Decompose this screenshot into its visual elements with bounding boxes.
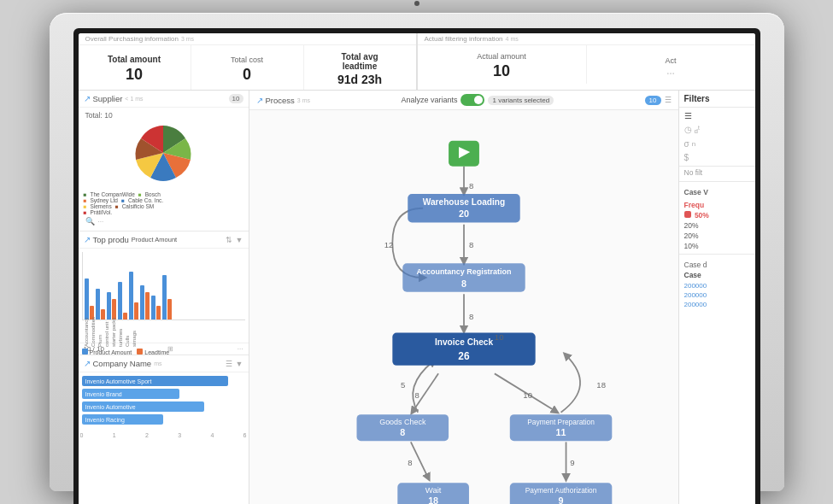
company-widget: ↗ Company Name ms ☰ ▼ [79, 355, 249, 504]
svg-text:9: 9 [570, 458, 574, 467]
supplier-badge: 10 [229, 94, 243, 103]
process-badge: 10 [645, 96, 661, 105]
bar-x-labels: Accountancy Commodities Piurn control un… [82, 321, 245, 347]
filter-item-10: 10% [679, 241, 755, 251]
svg-text:Payment Authorization: Payment Authorization [525, 486, 596, 495]
laptop-screen: Overall Purchasing information 3 ms Tota… [79, 33, 755, 504]
analyze-variants: Analyze variants 1 variants selected [401, 94, 554, 106]
bar-group-4 [118, 282, 127, 319]
svg-text:10: 10 [523, 390, 532, 400]
company-title: ↗ Company Name ms [84, 359, 162, 368]
svg-text:Invoice Check: Invoice Check [434, 337, 493, 347]
company-actions: ☰ ▼ [226, 360, 243, 368]
svg-text:Accountancy Registration: Accountancy Registration [416, 267, 511, 276]
metric-total-amount: Total amount 10 [79, 45, 191, 90]
supplier-header: ↗ Supplier < 1 ms 10 [79, 91, 249, 108]
filter-item-20b: 20% [679, 231, 755, 241]
actual-metrics-row: Actual amount 10 Act … [418, 45, 755, 84]
supplier-search: 🔍 ··· [82, 215, 245, 227]
analyze-label: Analyze variants [401, 96, 457, 104]
process-title: ↗ Process 3 ms [256, 96, 311, 105]
bar-group-7 [151, 296, 161, 319]
bar-chart-inner [82, 252, 245, 320]
case-d-section: Case d Case 200000 200000 200000 [679, 257, 755, 313]
supplier-title: ↗ Supplier < 1 ms [84, 94, 144, 103]
main-content: ↗ Supplier < 1 ms 10 Total: 10 [79, 91, 755, 504]
company-item-4: Invenio Racing [82, 414, 245, 425]
filter-icon-row: ☰ ◷ dt σ n $ [679, 108, 755, 167]
svg-text:Payment Preparation: Payment Preparation [527, 418, 595, 426]
svg-text:Wait: Wait [425, 485, 441, 495]
svg-text:18: 18 [428, 495, 438, 504]
filter-sigma-icon-item[interactable]: σ n [683, 138, 752, 150]
metric-act-label: Act [665, 56, 676, 65]
list-icon: ☰ [684, 111, 692, 120]
sigma-icon: σ [684, 139, 689, 149]
process-filter-icon[interactable]: ☰ [665, 96, 672, 104]
process-actions: 10 ☰ [645, 96, 672, 105]
svg-text:8: 8 [461, 278, 466, 289]
filter-header: Filters [679, 91, 755, 108]
company-item-2: Invenio Brand [82, 389, 245, 399]
bar-group-8 [162, 275, 172, 319]
svg-text:Warehouse Loading: Warehouse Loading [422, 197, 505, 207]
company-bar-track-1: Invenio Automotive Sport [82, 376, 229, 386]
case-label: Case [684, 271, 750, 279]
filter-icon[interactable]: ▼ [236, 236, 243, 244]
toggle-switch[interactable] [460, 94, 484, 106]
metric-act: Act … [587, 45, 755, 84]
overall-latency: 3 ms [181, 36, 194, 42]
svg-text:8: 8 [414, 390, 419, 400]
no-filter: No filt [679, 167, 755, 179]
search-icon[interactable]: 🔍 [85, 217, 95, 226]
left-panel: ↗ Supplier < 1 ms 10 Total: 10 [79, 91, 249, 504]
flow-svg: 8 8 8 12 [249, 110, 678, 504]
filter-dollar-icon-item[interactable]: $ [683, 151, 752, 164]
filter-item-20a: 20% [679, 220, 755, 231]
bar-group-5 [129, 272, 138, 319]
supplier-actions: 10 [229, 94, 243, 103]
company-header: ↗ Company Name ms ☰ ▼ [79, 355, 249, 372]
top-products-widget: ↗ Top produ Product Amount ⇅ ▼ [79, 231, 249, 355]
svg-line-11 [410, 442, 427, 478]
svg-text:8: 8 [468, 240, 472, 249]
case-item-2[interactable]: 200000 [684, 290, 750, 300]
actual-latency: 4 ms [506, 36, 519, 42]
metric-total-cost-label: Total cost [231, 56, 263, 64]
pie-chart-container [120, 121, 206, 190]
metric-total-avg-label: Total avgleadtime [341, 52, 378, 71]
app: Overall Purchasing information 3 ms Tota… [79, 33, 755, 504]
variants-badge: 1 variants selected [488, 96, 554, 105]
case-item-3[interactable]: 200000 [684, 300, 750, 309]
screen-bezel: Overall Purchasing information 3 ms Tota… [73, 28, 760, 504]
right-panel: Filters ☰ ◷ dt σ n [678, 91, 755, 504]
metric-total-avg: Total avgleadtime 91d 23h [304, 45, 416, 90]
toggle-knob [474, 96, 483, 104]
metric-total-amount-value: 10 [126, 66, 143, 84]
filter-clock-icon-item[interactable]: ◷ dt [683, 123, 752, 137]
case-item-1[interactable]: 200000 [684, 281, 750, 290]
dollar-icon: $ [684, 153, 689, 162]
company-filter-icon[interactable]: ▼ [236, 360, 243, 368]
sort-icon[interactable]: ⇅ [226, 236, 232, 244]
top-products-actions: ⇅ ▼ [226, 236, 243, 244]
svg-text:9: 9 [558, 495, 563, 504]
pie-legend: ■The CompanWide ■Bosch ■Sydney Ltd ■Cabl… [82, 191, 245, 215]
svg-text:20: 20 [459, 208, 469, 219]
chart-legend: Product Amount Leadtime [82, 349, 245, 355]
svg-text:12: 12 [384, 240, 393, 249]
company-layout-icon[interactable]: ☰ [226, 360, 232, 368]
metric-actual-amount-label: Actual amount [477, 52, 526, 61]
svg-text:10: 10 [494, 332, 503, 342]
company-bar-track-2: Invenio Brand [82, 389, 180, 399]
bar-group-1 [85, 278, 94, 319]
overall-section: Overall Purchasing information 3 ms Tota… [79, 33, 418, 90]
metric-total-cost-value: 0 [243, 66, 251, 84]
company-bar-track-3: Invenio Automotive [82, 401, 204, 412]
svg-text:18: 18 [596, 380, 606, 390]
svg-text:8: 8 [468, 181, 472, 190]
overall-metrics-row: Total amount 10 Total cost 0 Total avgle… [79, 45, 416, 90]
svg-text:5: 5 [400, 380, 404, 390]
filter-list-icon-item[interactable]: ☰ [683, 109, 752, 122]
svg-text:8: 8 [408, 458, 412, 467]
